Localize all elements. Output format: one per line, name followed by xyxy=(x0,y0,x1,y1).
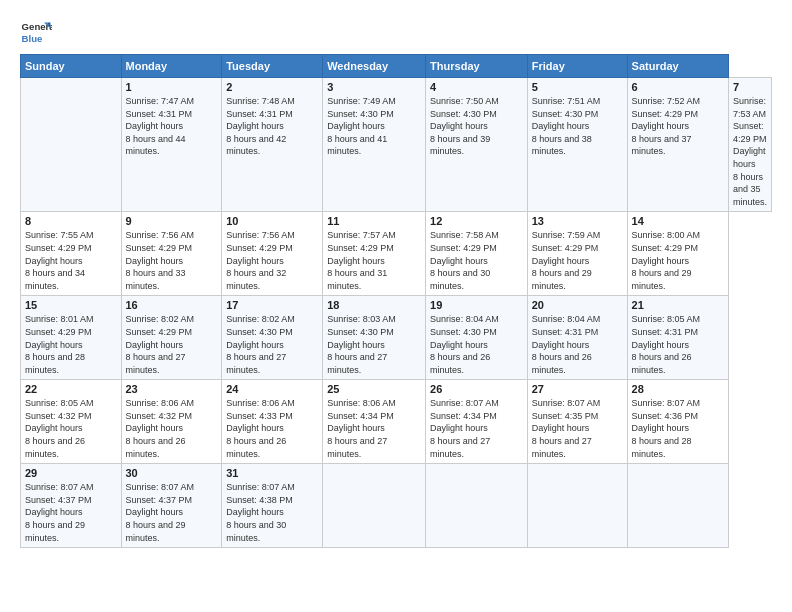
calendar-cell: 26Sunrise: 8:07 AMSunset: 4:34 PMDayligh… xyxy=(426,380,528,464)
column-header-wednesday: Wednesday xyxy=(323,55,426,78)
day-detail: Sunrise: 8:07 AMSunset: 4:38 PMDaylight … xyxy=(226,481,318,544)
day-number: 25 xyxy=(327,383,421,395)
day-number: 28 xyxy=(632,383,724,395)
day-detail: Sunrise: 8:04 AMSunset: 4:31 PMDaylight … xyxy=(532,313,623,376)
day-number: 22 xyxy=(25,383,117,395)
day-number: 29 xyxy=(25,467,117,479)
calendar-cell: 18Sunrise: 8:03 AMSunset: 4:30 PMDayligh… xyxy=(323,296,426,380)
day-number: 18 xyxy=(327,299,421,311)
column-header-saturday: Saturday xyxy=(627,55,728,78)
day-detail: Sunrise: 8:07 AMSunset: 4:37 PMDaylight … xyxy=(126,481,218,544)
day-number: 12 xyxy=(430,215,523,227)
day-number: 17 xyxy=(226,299,318,311)
calendar-cell: 8Sunrise: 7:55 AMSunset: 4:29 PMDaylight… xyxy=(21,212,122,296)
calendar-cell: 2Sunrise: 7:48 AMSunset: 4:31 PMDaylight… xyxy=(222,78,323,212)
calendar-week-3: 15Sunrise: 8:01 AMSunset: 4:29 PMDayligh… xyxy=(21,296,772,380)
day-number: 20 xyxy=(532,299,623,311)
calendar-cell: 3Sunrise: 7:49 AMSunset: 4:30 PMDaylight… xyxy=(323,78,426,212)
day-detail: Sunrise: 7:53 AMSunset: 4:29 PMDaylight … xyxy=(733,95,767,208)
day-number: 9 xyxy=(126,215,218,227)
day-detail: Sunrise: 8:03 AMSunset: 4:30 PMDaylight … xyxy=(327,313,421,376)
day-number: 11 xyxy=(327,215,421,227)
calendar-cell xyxy=(323,464,426,548)
day-detail: Sunrise: 7:49 AMSunset: 4:30 PMDaylight … xyxy=(327,95,421,158)
calendar-cell: 4Sunrise: 7:50 AMSunset: 4:30 PMDaylight… xyxy=(426,78,528,212)
day-detail: Sunrise: 8:06 AMSunset: 4:34 PMDaylight … xyxy=(327,397,421,460)
calendar-cell: 14Sunrise: 8:00 AMSunset: 4:29 PMDayligh… xyxy=(627,212,728,296)
calendar-cell: 1Sunrise: 7:47 AMSunset: 4:31 PMDaylight… xyxy=(121,78,222,212)
day-number: 7 xyxy=(733,81,767,93)
day-detail: Sunrise: 8:01 AMSunset: 4:29 PMDaylight … xyxy=(25,313,117,376)
calendar-cell: 31Sunrise: 8:07 AMSunset: 4:38 PMDayligh… xyxy=(222,464,323,548)
day-detail: Sunrise: 8:04 AMSunset: 4:30 PMDaylight … xyxy=(430,313,523,376)
logo: General Blue xyxy=(20,16,56,48)
day-detail: Sunrise: 8:07 AMSunset: 4:36 PMDaylight … xyxy=(632,397,724,460)
day-detail: Sunrise: 7:55 AMSunset: 4:29 PMDaylight … xyxy=(25,229,117,292)
calendar-week-1: 1Sunrise: 7:47 AMSunset: 4:31 PMDaylight… xyxy=(21,78,772,212)
calendar-table: SundayMondayTuesdayWednesdayThursdayFrid… xyxy=(20,54,772,548)
day-number: 8 xyxy=(25,215,117,227)
day-number: 2 xyxy=(226,81,318,93)
calendar-cell: 12Sunrise: 7:58 AMSunset: 4:29 PMDayligh… xyxy=(426,212,528,296)
day-detail: Sunrise: 7:57 AMSunset: 4:29 PMDaylight … xyxy=(327,229,421,292)
calendar-cell: 7Sunrise: 7:53 AMSunset: 4:29 PMDaylight… xyxy=(728,78,771,212)
day-detail: Sunrise: 7:47 AMSunset: 4:31 PMDaylight … xyxy=(126,95,218,158)
day-number: 23 xyxy=(126,383,218,395)
calendar-cell: 23Sunrise: 8:06 AMSunset: 4:32 PMDayligh… xyxy=(121,380,222,464)
logo-icon: General Blue xyxy=(20,16,52,48)
calendar-week-4: 22Sunrise: 8:05 AMSunset: 4:32 PMDayligh… xyxy=(21,380,772,464)
calendar-cell: 22Sunrise: 8:05 AMSunset: 4:32 PMDayligh… xyxy=(21,380,122,464)
calendar-cell: 15Sunrise: 8:01 AMSunset: 4:29 PMDayligh… xyxy=(21,296,122,380)
day-number: 27 xyxy=(532,383,623,395)
calendar-cell: 5Sunrise: 7:51 AMSunset: 4:30 PMDaylight… xyxy=(527,78,627,212)
calendar-cell xyxy=(426,464,528,548)
day-number: 1 xyxy=(126,81,218,93)
day-number: 31 xyxy=(226,467,318,479)
day-number: 26 xyxy=(430,383,523,395)
day-number: 24 xyxy=(226,383,318,395)
calendar-cell: 9Sunrise: 7:56 AMSunset: 4:29 PMDaylight… xyxy=(121,212,222,296)
calendar-cell xyxy=(527,464,627,548)
calendar-cell: 11Sunrise: 7:57 AMSunset: 4:29 PMDayligh… xyxy=(323,212,426,296)
day-number: 30 xyxy=(126,467,218,479)
day-number: 14 xyxy=(632,215,724,227)
calendar-cell: 17Sunrise: 8:02 AMSunset: 4:30 PMDayligh… xyxy=(222,296,323,380)
day-detail: Sunrise: 8:02 AMSunset: 4:30 PMDaylight … xyxy=(226,313,318,376)
calendar-cell: 30Sunrise: 8:07 AMSunset: 4:37 PMDayligh… xyxy=(121,464,222,548)
calendar-week-2: 8Sunrise: 7:55 AMSunset: 4:29 PMDaylight… xyxy=(21,212,772,296)
day-detail: Sunrise: 7:51 AMSunset: 4:30 PMDaylight … xyxy=(532,95,623,158)
day-number: 3 xyxy=(327,81,421,93)
calendar-header-row: SundayMondayTuesdayWednesdayThursdayFrid… xyxy=(21,55,772,78)
day-number: 4 xyxy=(430,81,523,93)
day-detail: Sunrise: 8:05 AMSunset: 4:31 PMDaylight … xyxy=(632,313,724,376)
day-detail: Sunrise: 8:06 AMSunset: 4:32 PMDaylight … xyxy=(126,397,218,460)
day-number: 15 xyxy=(25,299,117,311)
calendar-cell: 19Sunrise: 8:04 AMSunset: 4:30 PMDayligh… xyxy=(426,296,528,380)
day-detail: Sunrise: 8:05 AMSunset: 4:32 PMDaylight … xyxy=(25,397,117,460)
calendar-week-5: 29Sunrise: 8:07 AMSunset: 4:37 PMDayligh… xyxy=(21,464,772,548)
day-detail: Sunrise: 8:02 AMSunset: 4:29 PMDaylight … xyxy=(126,313,218,376)
calendar-cell: 13Sunrise: 7:59 AMSunset: 4:29 PMDayligh… xyxy=(527,212,627,296)
calendar-cell: 10Sunrise: 7:56 AMSunset: 4:29 PMDayligh… xyxy=(222,212,323,296)
calendar-cell: 29Sunrise: 8:07 AMSunset: 4:37 PMDayligh… xyxy=(21,464,122,548)
svg-text:Blue: Blue xyxy=(22,33,43,44)
day-detail: Sunrise: 8:06 AMSunset: 4:33 PMDaylight … xyxy=(226,397,318,460)
day-detail: Sunrise: 7:59 AMSunset: 4:29 PMDaylight … xyxy=(532,229,623,292)
calendar-cell: 6Sunrise: 7:52 AMSunset: 4:29 PMDaylight… xyxy=(627,78,728,212)
day-number: 21 xyxy=(632,299,724,311)
day-detail: Sunrise: 7:58 AMSunset: 4:29 PMDaylight … xyxy=(430,229,523,292)
day-number: 6 xyxy=(632,81,724,93)
day-detail: Sunrise: 7:52 AMSunset: 4:29 PMDaylight … xyxy=(632,95,724,158)
calendar-cell: 16Sunrise: 8:02 AMSunset: 4:29 PMDayligh… xyxy=(121,296,222,380)
calendar-cell: 20Sunrise: 8:04 AMSunset: 4:31 PMDayligh… xyxy=(527,296,627,380)
day-number: 10 xyxy=(226,215,318,227)
day-detail: Sunrise: 8:07 AMSunset: 4:34 PMDaylight … xyxy=(430,397,523,460)
day-detail: Sunrise: 8:00 AMSunset: 4:29 PMDaylight … xyxy=(632,229,724,292)
day-detail: Sunrise: 8:07 AMSunset: 4:37 PMDaylight … xyxy=(25,481,117,544)
column-header-tuesday: Tuesday xyxy=(222,55,323,78)
day-number: 19 xyxy=(430,299,523,311)
calendar-cell: 24Sunrise: 8:06 AMSunset: 4:33 PMDayligh… xyxy=(222,380,323,464)
day-number: 5 xyxy=(532,81,623,93)
page-container: General Blue SundayMondayTuesdayWednesda… xyxy=(0,0,792,558)
calendar-cell: 27Sunrise: 8:07 AMSunset: 4:35 PMDayligh… xyxy=(527,380,627,464)
